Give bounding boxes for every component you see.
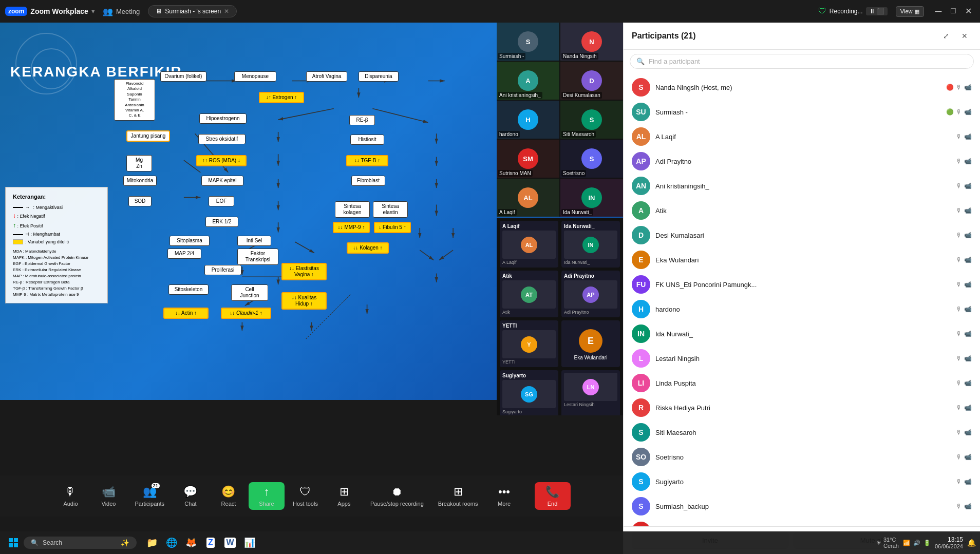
participant-item-siti[interactable]: S Siti Maesaroh 🎙 📹 xyxy=(624,420,980,445)
participant-item-fkuns[interactable]: FU FK UNS_Eti Poncorini Pamungk... 🎙 📹 xyxy=(624,272,980,297)
participant-item-ida[interactable]: IN Ida Nurwati_ 🎙 📹 xyxy=(624,321,980,346)
end-button[interactable]: 📞 End xyxy=(535,482,571,510)
apps-label: Apps xyxy=(337,501,350,507)
participant-item-surmiash-backup[interactable]: S Surmiash_backup 🎙 📹 xyxy=(624,494,980,519)
react-button[interactable]: 😊 React xyxy=(211,482,247,510)
participant-row-4: Sugiyarto SG Sugiyarto LN Lestari Ningsi… xyxy=(500,370,620,415)
participant-item-adi[interactable]: AP Adi Prayitno 🎙 📹 xyxy=(624,149,980,174)
taskbar-app-explorer[interactable]: 📁 xyxy=(143,533,161,552)
node-re-beta: RE-β xyxy=(349,115,375,125)
breakout-button[interactable]: ⊞ Breakout rooms xyxy=(432,482,484,510)
node-hipoestrogenn: Hipoestrogenn xyxy=(199,113,247,124)
node-sod: SOD xyxy=(128,196,152,206)
mic-atik: 🎙 xyxy=(956,207,962,214)
taskbar-system-icons: 📶 🔊 🔋 xyxy=(903,540,931,546)
date-display: 06/06/2024 xyxy=(935,543,963,549)
record-button[interactable]: ⏺ Pause/stop recording xyxy=(364,482,430,510)
pcard-ida-name: Ida Nurwati_ xyxy=(564,223,617,229)
search-icon: 🔍 xyxy=(636,58,645,65)
chat-button[interactable]: 💬 Chat xyxy=(173,482,209,510)
pcard-alaqif-subname: A Laqif xyxy=(502,260,556,265)
participant-item-atik[interactable]: A Atik 🎙 📹 xyxy=(624,198,980,223)
start-button[interactable] xyxy=(4,533,23,552)
svg-rect-39 xyxy=(14,538,18,542)
participant-row-1: A Laqif AL A Laqif Ida Nurwati_ IN Ida N… xyxy=(500,221,620,268)
node-actin: ↓↓ Actin ↑ xyxy=(163,308,209,319)
picons-nanda: 🔴 🎙 📹 xyxy=(946,84,972,91)
host-tools-button[interactable]: 🛡 Host tools xyxy=(287,482,324,510)
participant-item-desi[interactable]: D Desi Kumalasari 🎙 📹 xyxy=(624,223,980,247)
pname-fkuns: FK UNS_Eti Poncorini Pamungk... xyxy=(655,281,951,289)
participant-item-sugiyarto[interactable]: S Sugiyarto 🎙 📹 xyxy=(624,469,980,494)
panel-expand-btn[interactable]: ⤢ xyxy=(939,29,953,43)
avatar-ida-sm: IN xyxy=(581,187,602,208)
pcard-adi-avatar: AP xyxy=(582,286,599,303)
taskbar-search-icon: 🔍 xyxy=(31,539,39,546)
close-btn[interactable]: ✕ xyxy=(962,6,975,17)
avatar-linda-list: LI xyxy=(632,374,650,392)
video-cell-ani: Ani kristianingsih_ A xyxy=(497,62,559,100)
dropdown-chevron[interactable]: ▾ xyxy=(91,8,95,15)
mic-adi: 🎙 xyxy=(956,158,962,165)
sound-icon[interactable]: 🔊 xyxy=(913,540,920,546)
video-button[interactable]: 📹 Video xyxy=(90,482,126,510)
taskbar-app-other[interactable]: 📊 xyxy=(240,533,259,552)
video-atik: 📹 xyxy=(964,207,972,214)
search-participant-container[interactable]: 🔍 Find a participant xyxy=(630,54,974,69)
node-cell-junction: CellJunction xyxy=(231,284,268,301)
video-name-hardono: hardono xyxy=(498,131,520,138)
avatar-surmiash-list: SU xyxy=(632,103,650,121)
more-button[interactable]: ••• More xyxy=(486,482,522,510)
avatar-surmiash-backup-list: S xyxy=(632,497,650,515)
participant-item-sutrisno[interactable]: SM Sutrisno MAN 🎙 📹 xyxy=(624,519,980,526)
video-icon: 📹 xyxy=(102,485,116,499)
participant-item-riska[interactable]: R Riska Hediya Putri 🎙 📹 xyxy=(624,395,980,420)
avatar-surmiash: S xyxy=(518,31,538,52)
panel-close-btn[interactable]: ✕ xyxy=(957,29,972,43)
legend-activate: → : Mengaktivasi xyxy=(13,204,100,211)
node-elastisitas: ↓↓ ElastisitasVagina ↑ xyxy=(281,263,327,280)
participant-item-soetrisno[interactable]: SO Soetrisno 🎙 📹 xyxy=(624,445,980,469)
participant-item-nanda[interactable]: S Nanda Ningsih (Host, me) 🔴 🎙 📹 xyxy=(624,75,980,100)
battery-icon[interactable]: 🔋 xyxy=(924,540,931,546)
taskbar-app-edge[interactable]: 🌐 xyxy=(162,533,181,552)
avatar-lestari-list: L xyxy=(632,349,650,368)
weather-desc: Cerah xyxy=(883,543,899,549)
react-icon: 😊 xyxy=(221,485,235,499)
taskbar: 🔍 Search ✨ 📁 🌐 🦊 Z W 📊 ☀ 31°C Cerah xyxy=(0,531,980,554)
participant-item-alaqif[interactable]: AL A Laqif 🎙 📹 xyxy=(624,124,980,149)
pcard-lestari-video: LN xyxy=(564,373,617,401)
taskbar-app-word[interactable]: W xyxy=(221,533,239,552)
picons-lestari: 🎙 📹 xyxy=(956,355,972,362)
mic-eka: 🎙 xyxy=(956,256,962,263)
participant-item-ani[interactable]: AN Ani kristianingsih_ 🎙 📹 xyxy=(624,174,980,198)
pcard-ida-avatar: IN xyxy=(582,237,599,253)
video-surmiash-backup: 📹 xyxy=(964,503,972,510)
maximize-btn[interactable]: □ xyxy=(948,6,959,17)
video-name-ani: Ani kristianingsih_ xyxy=(498,92,542,99)
pcard-lestari-subname: Lestari Ningsih xyxy=(564,402,617,407)
participants-button[interactable]: 👥 21 Participants xyxy=(128,482,170,510)
taskbar-search-box[interactable]: 🔍 Search ✨ xyxy=(24,537,137,549)
breakout-label: Breakout rooms xyxy=(438,501,478,507)
abbreviations: MDA : Malondialdehyde MAPK : Mitogen Act… xyxy=(13,249,100,298)
pcard-adi-video: AP xyxy=(564,280,617,309)
network-icon[interactable]: 📶 xyxy=(903,540,910,546)
taskbar-app-zoom[interactable]: Z xyxy=(201,533,220,552)
apps-button[interactable]: ⊞ Apps xyxy=(326,482,362,510)
share-button[interactable]: ↑ Share xyxy=(249,482,285,510)
node-atrofi-vagina: Atrofi Vagina xyxy=(306,71,347,82)
react-label: React xyxy=(221,501,236,507)
audio-button[interactable]: 🎙 Audio xyxy=(52,482,88,510)
view-button[interactable]: View ▦ xyxy=(896,6,924,17)
participant-item-linda[interactable]: LI Linda Puspita 🎙 📹 xyxy=(624,371,980,395)
pname-nanda: Nanda Ningsih (Host, me) xyxy=(655,84,941,91)
more-icon: ••• xyxy=(498,485,510,499)
notification-btn[interactable]: 🔔 xyxy=(967,539,976,547)
participant-item-surmiash[interactable]: SU Surmiash - 🟢 🎙 📹 xyxy=(624,100,980,124)
participant-item-lestari[interactable]: L Lestari Ningsih 🎙 📹 xyxy=(624,346,980,371)
participant-item-eka[interactable]: E Eka Wulandari 🎙 📹 xyxy=(624,247,980,272)
participant-item-hardono[interactable]: H hardono 🎙 📹 xyxy=(624,297,980,321)
taskbar-app-firefox[interactable]: 🦊 xyxy=(182,533,200,552)
minimize-btn[interactable]: ─ xyxy=(932,6,945,17)
